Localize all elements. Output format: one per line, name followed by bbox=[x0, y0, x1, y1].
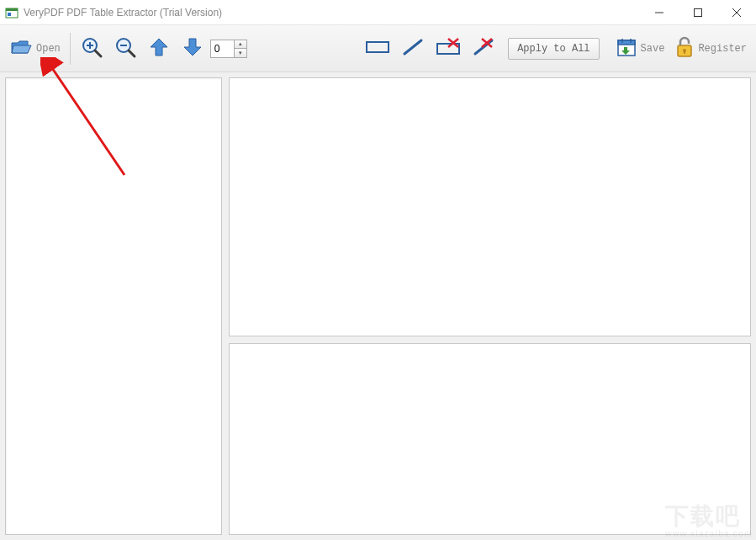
minimize-button[interactable] bbox=[640, 0, 679, 24]
svg-line-15 bbox=[404, 40, 421, 54]
spin-up-button[interactable]: ▲ bbox=[235, 40, 246, 50]
window-title: VeryPDF PDF Table Extractor (Trial Versi… bbox=[24, 7, 640, 19]
toolbar: Open bbox=[0, 25, 756, 72]
separator bbox=[70, 33, 71, 65]
apply-to-all-button[interactable]: Apply to All bbox=[508, 38, 599, 60]
zoom-out-icon bbox=[114, 35, 137, 62]
line-icon bbox=[401, 37, 425, 61]
page-input[interactable] bbox=[210, 40, 234, 58]
svg-line-8 bbox=[95, 50, 101, 56]
page-view-pane[interactable] bbox=[229, 77, 751, 336]
apply-label: Apply to All bbox=[517, 43, 589, 55]
open-button[interactable]: Open bbox=[5, 30, 65, 67]
draw-line-button[interactable] bbox=[397, 30, 429, 67]
app-icon bbox=[5, 6, 19, 19]
svg-line-12 bbox=[129, 50, 135, 56]
zoom-in-button[interactable] bbox=[76, 30, 108, 67]
zoom-out-button[interactable] bbox=[109, 30, 141, 67]
arrow-down-icon bbox=[182, 36, 204, 61]
save-button[interactable]: Save bbox=[611, 30, 669, 67]
output-preview-pane[interactable] bbox=[229, 343, 751, 535]
zoom-in-icon bbox=[80, 35, 103, 62]
previous-page-button[interactable] bbox=[143, 30, 175, 67]
arrow-up-icon bbox=[148, 36, 170, 61]
open-label: Open bbox=[36, 43, 61, 55]
calendar-save-icon bbox=[616, 36, 637, 61]
maximize-button[interactable] bbox=[679, 0, 717, 24]
folder-open-icon bbox=[9, 37, 33, 61]
workspace bbox=[0, 72, 756, 540]
padlock-icon bbox=[674, 36, 695, 61]
delete-line-button[interactable] bbox=[468, 30, 500, 67]
spin-down-button[interactable]: ▼ bbox=[235, 49, 246, 57]
next-page-button[interactable] bbox=[177, 30, 209, 67]
register-button[interactable]: Register bbox=[670, 30, 751, 67]
window-controls bbox=[640, 0, 756, 24]
titlebar: VeryPDF PDF Table Extractor (Trial Versi… bbox=[0, 0, 756, 25]
save-label: Save bbox=[641, 43, 665, 55]
rectangle-icon bbox=[364, 37, 391, 61]
thumbnails-pane[interactable] bbox=[5, 77, 222, 535]
svg-line-19 bbox=[475, 40, 492, 54]
svg-rect-2 bbox=[8, 13, 11, 16]
delete-rectangle-icon bbox=[435, 37, 462, 61]
svg-rect-1 bbox=[6, 8, 18, 11]
draw-rectangle-button[interactable] bbox=[360, 30, 395, 67]
register-label: Register bbox=[698, 43, 747, 55]
page-spinner[interactable]: ▲ ▼ bbox=[210, 39, 247, 59]
close-button[interactable] bbox=[717, 0, 756, 24]
svg-rect-4 bbox=[695, 8, 702, 16]
svg-rect-14 bbox=[367, 42, 389, 52]
svg-rect-23 bbox=[618, 40, 635, 45]
delete-rectangle-button[interactable] bbox=[431, 30, 466, 67]
delete-line-icon bbox=[472, 37, 495, 61]
